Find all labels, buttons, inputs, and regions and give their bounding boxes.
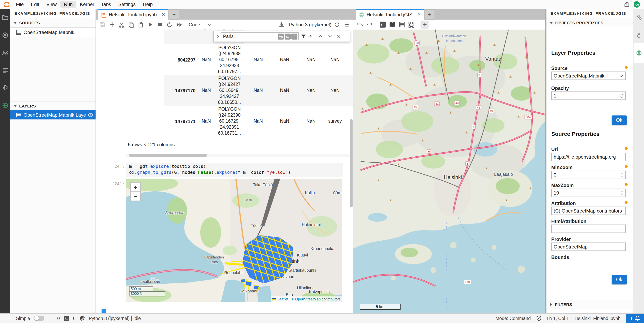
run-cell-button[interactable] (146, 20, 154, 28)
cursor-position[interactable]: Ln 1, Col 1 (547, 316, 569, 321)
folium-map-output[interactable]: Taka-TöölöKallioSörn18 mSeurasaariTöölöH… (126, 179, 342, 302)
cell-type-select[interactable]: Code (189, 22, 211, 27)
new-tab-button[interactable]: + (424, 9, 435, 19)
cut-cells-button[interactable] (118, 20, 126, 28)
menu-tabs[interactable]: Tabs (97, 1, 115, 8)
close-tab-icon[interactable]: ✕ (162, 12, 165, 17)
spinner-icon[interactable] (620, 190, 623, 195)
minzoom-input[interactable]: 0 (551, 171, 626, 179)
leaflet-link[interactable]: Leaflet (278, 297, 288, 301)
menu-kernel[interactable]: Kernel (76, 1, 97, 8)
regex-toggle[interactable]: .* (292, 33, 298, 39)
map-zoom-control: + − (130, 182, 141, 201)
extensions-icon[interactable] (2, 85, 8, 91)
notification-badge[interactable]: 1 (626, 314, 644, 323)
interrupt-kernel-button[interactable] (156, 20, 164, 28)
opacity-label: Opacity (551, 85, 569, 91)
url-input[interactable] (551, 153, 626, 161)
jupytergis-panel-icon[interactable] (636, 50, 642, 56)
spinner-icon[interactable] (620, 93, 623, 98)
trust-shield-icon[interactable] (536, 316, 541, 321)
zoom-out-button[interactable]: − (131, 192, 140, 201)
undo-button[interactable] (356, 20, 364, 28)
close-search-icon[interactable] (337, 34, 341, 38)
select-geometry-button[interactable] (407, 20, 415, 28)
htmlattribution-input[interactable] (551, 225, 626, 233)
insert-cell-button[interactable] (108, 20, 116, 28)
next-match-icon[interactable] (328, 35, 332, 37)
debugger-bug-icon[interactable] (278, 20, 286, 28)
previous-match-icon[interactable] (319, 35, 323, 37)
jupytergis-icon[interactable] (2, 102, 8, 109)
tab-notebook[interactable]: Helsinki_Finland.ipynb ✕ (98, 9, 168, 19)
objects-properties-header[interactable]: OBJECTS PROPERTIES (546, 18, 633, 27)
menu-view[interactable]: View (43, 1, 60, 8)
console-button[interactable]: $_ (378, 20, 386, 28)
opacity-input[interactable]: 1 (551, 91, 626, 100)
file-browser-icon[interactable] (2, 14, 8, 21)
visibility-eye-icon[interactable] (88, 113, 93, 117)
stage: File Edit View Run Kernel Tabs Settings … (0, 0, 644, 323)
running-sessions-icon[interactable] (2, 32, 8, 38)
menu-run[interactable]: Run (60, 1, 76, 8)
restart-kernel-button[interactable] (166, 20, 174, 28)
share-icon[interactable] (624, 1, 630, 7)
kernel-name[interactable]: Python 3 (ipykernel) (289, 22, 332, 27)
notebook-scrollbar[interactable] (350, 119, 352, 207)
identify-book-button[interactable] (388, 20, 396, 28)
menubar-right: AM (624, 1, 644, 7)
layer-item-selected[interactable]: OpenStreetMap.Mapnik Layer (10, 110, 96, 119)
notebook-content[interactable]: NaN 60.16… 8042297 NaN POLYGON ((24.9293… (96, 29, 353, 314)
current-file-name[interactable]: Helsinki_Finland.ipynb (575, 316, 620, 321)
debugger-icon[interactable] (636, 33, 642, 39)
user-avatar[interactable]: AM (634, 1, 640, 7)
source-ok-button[interactable]: Ok (612, 275, 627, 285)
menu-help[interactable]: Help (139, 1, 156, 8)
maxzoom-input[interactable]: 19 (551, 189, 626, 197)
whole-word-toggle[interactable]: ab (284, 33, 290, 39)
menu-edit[interactable]: Edit (28, 1, 43, 8)
gis-map-view[interactable]: VantaaHelsinkiLaajasaloHelsinki-Vantaanl… (354, 29, 545, 314)
code-cell[interactable]: m = gdf.explore(tooltip=cols)ox.graph_to… (126, 163, 343, 177)
filter-icon[interactable] (301, 34, 306, 38)
layers-section-header[interactable]: LAYERS (10, 101, 96, 111)
close-tab-icon[interactable]: ✕ (417, 12, 421, 17)
menu-settings[interactable]: Settings (115, 1, 139, 8)
attribution-input[interactable] (551, 207, 626, 215)
simple-mode-toggle[interactable] (34, 316, 44, 321)
kernels-count[interactable]: 6 (73, 316, 76, 321)
spinner-icon[interactable] (620, 172, 623, 177)
expand-search-icon[interactable] (217, 34, 219, 38)
source-select[interactable]: OpenStreetMap.Mapnik (551, 71, 626, 80)
table-of-contents-icon[interactable] (2, 67, 8, 73)
property-inspector-icon[interactable] (636, 14, 642, 21)
scrollbar-thumb[interactable] (129, 154, 207, 157)
zoom-in-button[interactable]: + (131, 183, 140, 192)
restart-run-all-button[interactable] (175, 20, 183, 28)
terminals-count[interactable]: 0 (57, 316, 60, 321)
source-item-openstreetmap[interactable]: OpenStreetMap.Mapnik (10, 27, 96, 37)
menu-file[interactable]: File (12, 1, 28, 8)
tab-gis[interactable]: Helsinki_Finland.jGIS ✕ (356, 9, 424, 19)
filters-section-header[interactable]: FILTERS (546, 300, 633, 309)
horizontal-scrollbar[interactable] (126, 154, 350, 157)
notebook-menu-icon[interactable] (342, 20, 350, 28)
match-case-toggle[interactable]: Aa (278, 33, 284, 39)
kernel-status-text[interactable]: Python 3 (ipykernel) | Idle (89, 316, 141, 321)
new-raster-layer-button[interactable] (398, 20, 406, 28)
copy-cells-button[interactable] (127, 20, 135, 28)
layer-ok-button[interactable]: Ok (612, 115, 627, 125)
status-bar: Simple 0 $_ 6 Python 3 (ipykernel) | Idl… (0, 313, 644, 323)
add-layer-button[interactable] (420, 20, 428, 28)
redo-button[interactable] (365, 20, 373, 28)
paste-cells-button[interactable] (137, 20, 145, 28)
save-button[interactable] (98, 20, 106, 28)
new-tab-button[interactable]: + (169, 9, 179, 19)
osm-link[interactable]: © OpenStreetMap (292, 297, 320, 301)
search-input[interactable]: Paris Aa ab .* (221, 32, 298, 40)
provider-input[interactable] (551, 243, 626, 251)
command-mode-indicator[interactable]: Mode: Command (496, 316, 531, 321)
search-result-count: -/- (308, 34, 312, 39)
sources-section-header[interactable]: SOURCES (10, 18, 96, 27)
collaborators-icon[interactable] (2, 49, 8, 56)
